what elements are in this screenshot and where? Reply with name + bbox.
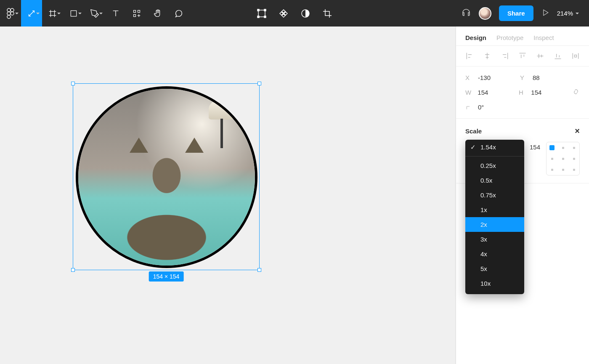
pen-tool[interactable] [84, 0, 105, 27]
share-button[interactable]: Share [499, 5, 533, 21]
svg-point-2 [7, 12, 11, 15]
x-label: X [465, 74, 478, 81]
link-wh-icon[interactable] [572, 88, 580, 97]
constraint-selector[interactable] [546, 142, 580, 175]
shape-tool[interactable] [63, 0, 84, 27]
w-value[interactable]: 154 [478, 89, 519, 96]
text-tool[interactable] [105, 0, 126, 27]
alignment-controls [456, 46, 589, 66]
align-left-icon[interactable] [465, 52, 474, 60]
scale-option[interactable]: 5x [465, 261, 524, 276]
svg-rect-7 [138, 10, 140, 12]
scale-option[interactable]: 3x [465, 232, 524, 247]
svg-rect-12 [257, 16, 259, 18]
tab-prototype[interactable]: Prototype [496, 34, 523, 41]
figma-menu[interactable] [0, 0, 21, 27]
distribute-icon[interactable] [571, 52, 580, 60]
resize-handle-tl[interactable] [71, 82, 75, 85]
svg-rect-6 [134, 10, 136, 12]
lamp-shape [209, 99, 234, 137]
scale-dropdown[interactable]: 1.54x 0.25x0.5x0.75x1x2x3x4x5x10x [465, 140, 524, 294]
headphones-icon[interactable] [461, 8, 471, 19]
component-icon[interactable] [279, 0, 289, 27]
scale-section: Scale × 154 1.54x 0.25x0.5x0.75x1x2x3x4x… [456, 119, 589, 183]
scale-option[interactable]: 0.25x [465, 158, 524, 173]
canvas[interactable]: 154 × 154 [0, 27, 456, 364]
h-value[interactable]: 154 [531, 89, 572, 96]
scale-option[interactable]: 2x [465, 217, 524, 232]
cat-shape [105, 138, 228, 262]
toolbar-left [0, 0, 189, 27]
hand-tool[interactable] [147, 0, 168, 27]
tab-design[interactable]: Design [465, 34, 486, 41]
edit-object-icon[interactable] [257, 0, 267, 27]
align-right-icon[interactable] [501, 52, 509, 60]
svg-point-4 [7, 15, 11, 19]
image-circle[interactable] [76, 86, 257, 268]
align-vcenter-icon[interactable] [536, 52, 544, 60]
rotation-icon [465, 104, 478, 111]
y-label: Y [520, 74, 533, 81]
dimensions-badge: 154 × 154 [149, 271, 184, 282]
x-value[interactable]: -130 [478, 74, 520, 81]
align-top-icon[interactable] [518, 52, 527, 60]
tab-inspect[interactable]: Inspect [533, 34, 554, 41]
scale-option[interactable]: 0.75x [465, 188, 524, 202]
resize-handle-bl[interactable] [71, 268, 75, 272]
crop-icon[interactable] [322, 0, 332, 27]
selection-bounds[interactable]: 154 × 154 [73, 83, 260, 270]
w-label: W [465, 89, 478, 96]
resources-tool[interactable] [126, 0, 147, 27]
mask-icon[interactable] [300, 0, 310, 27]
transform-properties: X -130 Y 88 W 154 H 154 0° [456, 66, 589, 119]
cat-photo [78, 89, 255, 266]
comment-tool[interactable] [168, 0, 189, 27]
resize-handle-br[interactable] [257, 268, 261, 272]
panel-tabs: Design Prototype Inspect [456, 27, 589, 46]
h-label: H [519, 89, 531, 96]
toolbar-right: Share 214% [461, 5, 589, 21]
align-hcenter-icon[interactable] [483, 52, 491, 60]
inspector-panel: Design Prototype Inspect X -130 Y 88 W 1… [456, 27, 589, 364]
scale-option-current[interactable]: 1.54x [465, 140, 524, 154]
scale-option[interactable]: 4x [465, 247, 524, 261]
close-icon[interactable]: × [575, 126, 580, 136]
svg-point-1 [11, 8, 14, 12]
avatar[interactable] [479, 7, 491, 20]
scale-tool[interactable] [21, 0, 42, 27]
scale-option[interactable]: 0.5x [465, 173, 524, 188]
frame-tool[interactable] [42, 0, 63, 27]
svg-rect-8 [134, 14, 136, 16]
scale-option[interactable]: 10x [465, 276, 524, 291]
scale-option[interactable]: 1x [465, 202, 524, 217]
toolbar: Share 214% [0, 0, 589, 27]
align-bottom-icon[interactable] [554, 52, 562, 60]
svg-rect-5 [71, 11, 76, 16]
dropdown-separator [465, 156, 524, 157]
svg-rect-13 [264, 16, 266, 18]
resize-handle-tr[interactable] [257, 82, 261, 85]
zoom-level[interactable]: 214% [557, 10, 579, 17]
svg-point-0 [7, 8, 11, 12]
toolbar-center [257, 0, 332, 27]
scale-title: Scale [465, 128, 482, 135]
present-icon[interactable] [541, 8, 549, 19]
rotation-value[interactable]: 0° [478, 104, 520, 111]
svg-rect-11 [264, 9, 266, 11]
svg-rect-10 [257, 9, 259, 11]
svg-point-3 [11, 12, 14, 15]
y-value[interactable]: 88 [533, 74, 575, 81]
scale-width-value[interactable]: 154 [530, 143, 540, 151]
